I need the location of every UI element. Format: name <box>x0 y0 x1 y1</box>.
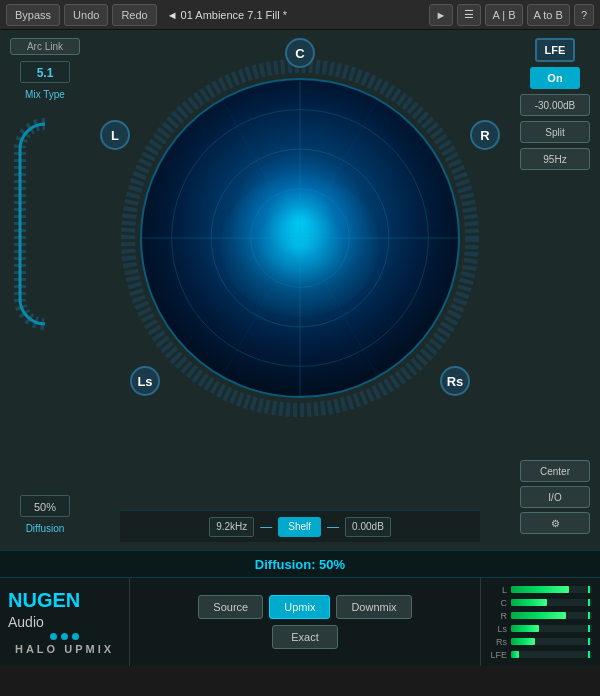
diffusion-value[interactable]: 50% <box>20 495 70 517</box>
meter-row-l: L <box>489 585 592 595</box>
meter-track-c <box>511 599 592 606</box>
help-button[interactable]: ? <box>574 4 594 26</box>
channel-c-button[interactable]: C <box>285 38 315 68</box>
arc-link-button[interactable]: Arc Link <box>10 38 80 55</box>
meter-peak-ls <box>588 625 590 632</box>
list-button[interactable]: ☰ <box>457 4 481 26</box>
ab-button[interactable]: A | B <box>485 4 522 26</box>
left-panel: Arc Link 5.1 Mix Type 50% Diffusion <box>0 30 90 550</box>
play-button[interactable]: ► <box>429 4 454 26</box>
eq-bar: 9.2kHz — Shelf — 0.00dB <box>120 510 480 542</box>
hz-button[interactable]: 95Hz <box>520 148 590 170</box>
meter-fill-l <box>511 586 569 593</box>
meter-track-r <box>511 612 592 619</box>
meter-row-c: C <box>489 598 592 608</box>
arc-visual <box>10 114 80 334</box>
status-bar: Diffusion: 50% <box>0 550 600 578</box>
gear-button[interactable]: ⚙ <box>520 512 590 534</box>
eq-gain-box[interactable]: 0.00dB <box>345 517 391 537</box>
atob-button[interactable]: A to B <box>527 4 570 26</box>
logo-dot-1 <box>50 633 57 640</box>
exact-button[interactable]: Exact <box>272 625 338 649</box>
split-button[interactable]: Split <box>520 121 590 143</box>
meter-track-lfe <box>511 651 592 658</box>
status-text: Diffusion: 50% <box>255 557 345 572</box>
bypass-button[interactable]: Bypass <box>6 4 60 26</box>
meter-peak-r <box>588 612 590 619</box>
meter-label-l: L <box>489 585 507 595</box>
meter-label-c: C <box>489 598 507 608</box>
meter-label-ls: Ls <box>489 624 507 634</box>
lfe-db-display[interactable]: -30.00dB <box>520 94 590 116</box>
logo-audio: Audio <box>8 614 44 630</box>
top-bar: Bypass Undo Redo ◄ 01 Ambience 7.1 Fill … <box>0 0 600 30</box>
diffusion-label: Diffusion <box>26 523 65 534</box>
source-button[interactable]: Source <box>198 595 263 619</box>
right-panel: LFE On -30.00dB Split 95Hz Center I/O ⚙ <box>510 30 600 550</box>
io-button[interactable]: I/O <box>520 486 590 508</box>
channel-rs-button[interactable]: Rs <box>440 366 470 396</box>
eq-arrow-left: — <box>260 520 272 534</box>
channel-ls-button[interactable]: Ls <box>130 366 160 396</box>
meter-peak-l <box>588 586 590 593</box>
meter-track-l <box>511 586 592 593</box>
logo-nugen: NUGEN Audio <box>8 590 121 630</box>
eq-shelf-button[interactable]: Shelf <box>278 517 321 537</box>
logo-dots <box>50 633 79 640</box>
meter-peak-rs <box>588 638 590 645</box>
bottom-bar: NUGEN Audio HALO UPMIX Source Upmix Down… <box>0 578 600 666</box>
meter-label-r: R <box>489 611 507 621</box>
center-button[interactable]: Center <box>520 460 590 482</box>
mix-type-label: Mix Type <box>25 89 65 100</box>
meter-track-rs <box>511 638 592 645</box>
main-area: Arc Link 5.1 Mix Type 50% Diffusion C L … <box>0 30 600 550</box>
meter-fill-r <box>511 612 566 619</box>
main-sphere <box>140 78 460 398</box>
exact-button-row: Exact <box>272 625 338 649</box>
meter-peak-c <box>588 599 590 606</box>
track-name: ◄ 01 Ambience 7.1 Fill * <box>167 9 287 21</box>
logo-gen: GEN <box>37 589 80 611</box>
meter-track-ls <box>511 625 592 632</box>
sphere-container[interactable] <box>120 58 480 418</box>
center-area: C L R <box>90 30 510 550</box>
meter-label-rs: Rs <box>489 637 507 647</box>
meter-row-lfe: LFE <box>489 650 592 660</box>
logo-dot-3 <box>72 633 79 640</box>
meter-row-rs: Rs <box>489 637 592 647</box>
eq-arrow-right: — <box>327 520 339 534</box>
meter-row-ls: Ls <box>489 624 592 634</box>
meter-fill-c <box>511 599 547 606</box>
channel-r-button[interactable]: R <box>470 120 500 150</box>
meter-label-lfe: LFE <box>489 650 507 660</box>
upmix-button[interactable]: Upmix <box>269 595 330 619</box>
lfe-on-button[interactable]: On <box>530 67 580 89</box>
undo-button[interactable]: Undo <box>64 4 108 26</box>
redo-button[interactable]: Redo <box>112 4 156 26</box>
buttons-area: Source Upmix Downmix Exact <box>130 578 480 666</box>
meter-row-r: R <box>489 611 592 621</box>
logo-area: NUGEN Audio HALO UPMIX <box>0 578 130 666</box>
logo-dot-2 <box>61 633 68 640</box>
meter-fill-rs <box>511 638 535 645</box>
mode-buttons-row: Source Upmix Downmix <box>198 595 411 619</box>
channel-l-button[interactable]: L <box>100 120 130 150</box>
eq-freq-box[interactable]: 9.2kHz <box>209 517 254 537</box>
sphere-grid <box>142 80 458 396</box>
logo-product: HALO UPMIX <box>15 643 114 655</box>
meter-peak-lfe <box>588 651 590 658</box>
lfe-label: LFE <box>535 38 575 62</box>
mix-type-value[interactable]: 5.1 <box>20 61 70 83</box>
bottom-right-buttons: Center I/O ⚙ <box>514 460 596 534</box>
meter-fill-ls <box>511 625 539 632</box>
logo-nu: NU <box>8 589 37 611</box>
meter-fill-lfe <box>511 651 519 658</box>
downmix-button[interactable]: Downmix <box>336 595 411 619</box>
meters-area: LCRLsRsLFE <box>480 578 600 666</box>
